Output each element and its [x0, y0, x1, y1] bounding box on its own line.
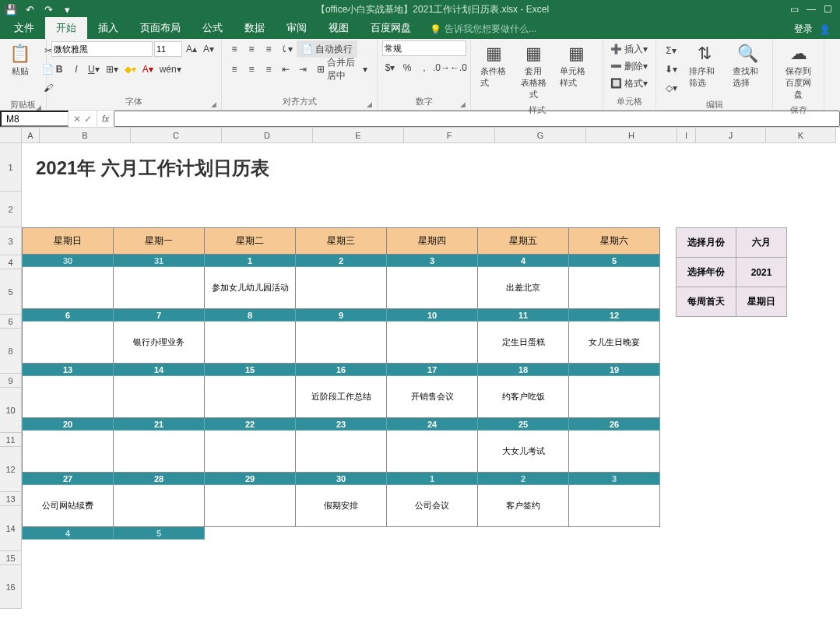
name-box[interactable] — [0, 111, 69, 127]
event-cell[interactable] — [23, 431, 114, 473]
col-header[interactable]: K — [766, 128, 836, 143]
event-cell[interactable]: 女儿生日晚宴 — [569, 322, 660, 364]
align-right-icon[interactable]: ≡ — [261, 61, 276, 78]
date-cell[interactable]: 1 — [387, 473, 478, 485]
date-cell[interactable]: 1 — [205, 255, 296, 267]
fill-color-button[interactable]: ◆▾ — [122, 61, 139, 78]
date-cell[interactable]: 8 — [205, 309, 296, 322]
col-header[interactable]: F — [404, 128, 495, 143]
date-cell[interactable]: 16 — [296, 364, 387, 376]
date-cell[interactable]: 11 — [478, 309, 569, 322]
align-middle-icon[interactable]: ≡ — [244, 40, 259, 58]
delete-cells-button[interactable]: ➖删除▾ — [608, 58, 650, 75]
event-cell[interactable]: 银行办理业务 — [114, 322, 205, 364]
date-cell[interactable]: 22 — [205, 418, 296, 431]
dec-decimal-icon[interactable]: ←.0 — [451, 59, 466, 76]
event-cell[interactable]: 公司网站续费 — [23, 485, 114, 527]
event-cell[interactable] — [114, 267, 205, 309]
clear-icon[interactable]: ◇▾ — [663, 79, 680, 97]
col-header[interactable]: E — [313, 128, 404, 143]
row-header[interactable]: 12 — [0, 447, 22, 492]
percent-icon[interactable]: % — [399, 59, 415, 76]
row-header[interactable]: 9 — [0, 374, 22, 388]
event-cell[interactable] — [205, 376, 296, 418]
dialog-launcher-icon[interactable]: ◢ — [460, 100, 466, 108]
tab-baidu[interactable]: 百度网盘 — [360, 17, 422, 39]
grow-font-icon[interactable]: A▴ — [184, 40, 199, 58]
event-cell[interactable]: 大女儿考试 — [478, 431, 569, 473]
selector-value[interactable]: 星期日 — [736, 287, 787, 317]
tab-insert[interactable]: 插入 — [87, 17, 129, 39]
row-header[interactable]: 5 — [0, 269, 22, 315]
date-cell[interactable]: 25 — [478, 418, 569, 431]
selector-value[interactable]: 2021 — [736, 258, 787, 287]
tab-file[interactable]: 文件 — [3, 17, 45, 39]
date-cell[interactable]: 19 — [569, 364, 660, 376]
table-format-button[interactable]: ▦套用 表格格式 — [515, 40, 552, 104]
tab-review[interactable]: 审阅 — [276, 17, 318, 39]
merge-button[interactable]: ⊞合并后居中▾ — [312, 61, 372, 78]
align-top-icon[interactable]: ≡ — [227, 40, 242, 58]
event-cell[interactable] — [205, 431, 296, 473]
font-name-combo[interactable] — [51, 41, 153, 57]
selector-value[interactable]: 六月 — [736, 228, 787, 258]
date-cell[interactable]: 9 — [296, 309, 387, 322]
event-cell[interactable] — [23, 267, 114, 309]
date-cell[interactable]: 10 — [387, 309, 478, 322]
event-cell[interactable]: 定生日蛋糕 — [478, 322, 569, 364]
bold-button[interactable]: B — [51, 61, 67, 78]
maximize-icon[interactable]: ☐ — [824, 4, 832, 15]
event-cell[interactable] — [205, 322, 296, 364]
event-cell[interactable] — [569, 485, 660, 527]
date-cell[interactable]: 7 — [114, 309, 205, 322]
dialog-launcher-icon[interactable]: ◢ — [211, 100, 216, 108]
date-cell[interactable]: 4 — [23, 527, 114, 540]
date-cell[interactable]: 17 — [387, 364, 478, 376]
autosum-icon[interactable]: Σ▾ — [663, 42, 679, 59]
row-header[interactable]: 1 — [0, 143, 22, 192]
qat-dropdown-icon[interactable]: ▾ — [59, 2, 75, 17]
redo-icon[interactable]: ↷ — [40, 2, 56, 17]
fill-icon[interactable]: ⬇▾ — [663, 61, 680, 78]
phonetic-button[interactable]: wén▾ — [157, 61, 184, 78]
tab-view[interactable]: 视图 — [318, 17, 360, 39]
date-cell[interactable]: 6 — [23, 309, 114, 322]
col-header[interactable]: J — [696, 128, 766, 143]
event-cell[interactable]: 公司会议 — [387, 485, 478, 527]
event-cell[interactable]: 客户签约 — [478, 485, 569, 527]
find-select-button[interactable]: 🔍查找和选择 — [728, 40, 768, 92]
undo-icon[interactable]: ↶ — [22, 2, 37, 17]
date-cell[interactable]: 31 — [114, 255, 205, 267]
date-cell[interactable]: 15 — [205, 364, 296, 376]
row-header[interactable]: 10 — [0, 388, 22, 433]
col-header[interactable]: D — [222, 128, 313, 143]
event-cell[interactable] — [387, 267, 478, 309]
date-cell[interactable]: 4 — [478, 255, 569, 267]
row-header[interactable]: 15 — [0, 551, 22, 565]
date-cell[interactable]: 5 — [569, 255, 660, 267]
event-cell[interactable] — [387, 431, 478, 473]
row-header[interactable]: 16 — [0, 565, 22, 609]
minimize-icon[interactable]: — — [807, 4, 816, 15]
fx-icon[interactable]: fx — [97, 111, 114, 127]
event-cell[interactable] — [569, 376, 660, 418]
event-cell[interactable] — [205, 485, 296, 527]
date-cell[interactable]: 27 — [23, 473, 114, 485]
enter-formula-icon[interactable]: ✓ — [84, 114, 92, 125]
sort-filter-button[interactable]: ⇅排序和筛选 — [684, 40, 725, 92]
col-header[interactable]: A — [22, 128, 40, 143]
dialog-launcher-icon[interactable]: ◢ — [367, 100, 372, 108]
font-color-button[interactable]: A▾ — [140, 61, 156, 78]
date-cell[interactable]: 29 — [205, 473, 296, 485]
date-cell[interactable]: 21 — [114, 418, 205, 431]
login-link[interactable]: 登录 — [794, 23, 813, 36]
align-bottom-icon[interactable]: ≡ — [261, 40, 276, 58]
date-cell[interactable]: 12 — [569, 309, 660, 322]
event-cell[interactable]: 约客户吃饭 — [478, 376, 569, 418]
number-format-combo[interactable] — [382, 40, 466, 56]
date-cell[interactable]: 30 — [23, 255, 114, 267]
worksheet[interactable]: ABCDEFGHIJK 1234568910111213141516 2021年… — [0, 128, 840, 632]
date-cell[interactable]: 2 — [296, 255, 387, 267]
font-size-combo[interactable] — [154, 41, 182, 57]
event-cell[interactable] — [296, 267, 387, 309]
